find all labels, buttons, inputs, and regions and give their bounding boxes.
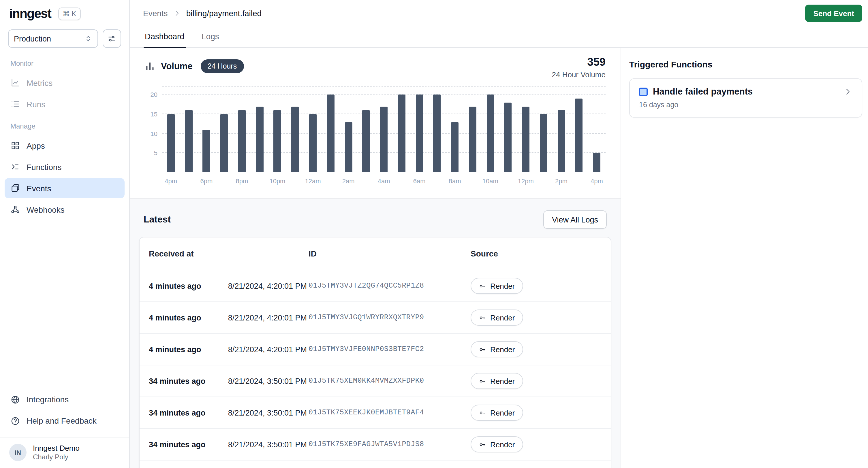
user-text: Inngest Demo Charly Poly [33, 444, 80, 462]
tabs: DashboardLogs [130, 27, 868, 48]
bar[interactable] [593, 153, 601, 172]
volume-total-caption: 24 Hour Volume [552, 70, 606, 79]
bar[interactable] [380, 106, 388, 172]
x-tick-label: 4pm [162, 177, 180, 185]
table-row[interactable]: 4 minutes ago8/21/2024, 4:20:01 PM01J5TM… [140, 270, 611, 302]
source-badge[interactable]: Render [471, 278, 523, 294]
bar[interactable] [167, 114, 175, 172]
source-badge[interactable]: Render [471, 373, 523, 389]
bar[interactable] [398, 95, 405, 172]
source-badge-label: Render [490, 281, 515, 290]
bar[interactable] [522, 106, 529, 172]
source-badge-label: Render [490, 377, 515, 385]
key-icon [479, 282, 486, 290]
timestamp: 8/21/2024, 4:20:01 PM [228, 345, 307, 354]
source-badge[interactable]: Render [471, 341, 523, 357]
table-row[interactable]: 34 minutes ago8/21/2024, 3:50:01 PM01J5T… [140, 365, 611, 397]
bar-slot [410, 87, 428, 172]
function-icon [639, 87, 648, 96]
chevron-right-icon [843, 87, 852, 96]
latest-title: Latest [144, 214, 171, 225]
environment-selector[interactable]: Production [8, 29, 98, 48]
chart-plot [162, 87, 606, 172]
bar[interactable] [557, 110, 565, 172]
bar[interactable] [345, 122, 352, 172]
bar[interactable] [203, 130, 210, 172]
event-id: 01J5TMY3VJTZ2QG74QCC5RP1Z8 [307, 282, 469, 290]
triggered-functions-title: Triggered Functions [629, 59, 862, 69]
column-header-source: Source [469, 249, 611, 258]
relative-time: 4 minutes ago [149, 345, 201, 354]
sidebar-item-functions[interactable]: Functions [5, 157, 125, 177]
bar[interactable] [433, 95, 441, 172]
sidebar-spacer [0, 221, 129, 385]
sidebar-item-runs[interactable]: Runs [5, 94, 125, 114]
timestamp: 8/21/2024, 4:20:01 PM [228, 281, 307, 290]
source-badge[interactable]: Render [471, 405, 523, 421]
bar[interactable] [451, 122, 459, 172]
bar[interactable] [487, 95, 494, 172]
bar[interactable] [256, 106, 263, 172]
bar[interactable] [415, 95, 423, 172]
x-tick-label: 6am [410, 177, 428, 185]
received-at-cell: 34 minutes ago8/21/2024, 3:50:01 PM [140, 377, 307, 385]
x-tick-label: 6pm [197, 177, 215, 185]
tab-dashboard[interactable]: Dashboard [144, 27, 185, 48]
volume-card-header: Volume 24 Hours 359 24 Hour Volume [145, 56, 606, 79]
command-k-shortcut[interactable]: ⌘ K [58, 7, 81, 20]
x-tick-label [428, 177, 446, 185]
key-icon [479, 409, 486, 416]
bar-slot [357, 87, 375, 172]
bar[interactable] [274, 110, 281, 172]
view-all-logs-button[interactable]: View All Logs [543, 210, 607, 229]
bar[interactable] [220, 114, 228, 172]
source-badge[interactable]: Render [471, 436, 523, 453]
sidebar-item-apps[interactable]: Apps [5, 135, 125, 156]
x-tick-label: 8am [446, 177, 464, 185]
bar[interactable] [540, 114, 547, 172]
chart-x-axis: 4pm6pm8pm10pm12am2am4am6am8am10am12pm2pm… [162, 177, 606, 185]
table-row[interactable]: 4 minutes ago8/21/2024, 4:20:01 PM01J5TM… [140, 334, 611, 365]
bar-slot [393, 87, 411, 172]
sidebar-item-integrations[interactable]: Integrations [5, 390, 125, 410]
bar-slot [251, 87, 269, 172]
x-tick-label [535, 177, 553, 185]
functions-icon [10, 162, 20, 172]
sidebar-item-help-and-feedback[interactable]: Help and Feedback [5, 411, 125, 431]
x-tick-label [464, 177, 482, 185]
table-row[interactable]: 34 minutes ago8/21/2024, 3:50:01 PM01J5T… [140, 429, 611, 461]
bar[interactable] [327, 95, 335, 172]
sidebar-item-label: Metrics [27, 78, 53, 87]
bar[interactable] [469, 106, 476, 172]
bar[interactable] [575, 99, 583, 172]
environment-settings-button[interactable] [103, 29, 121, 48]
x-tick-label [393, 177, 411, 185]
range-badge[interactable]: 24 Hours [201, 59, 244, 73]
bar[interactable] [238, 110, 246, 172]
bar-slot [517, 87, 535, 172]
function-card[interactable]: Handle failed payments16 days ago [629, 78, 862, 118]
bar[interactable] [504, 103, 512, 172]
sidebar-nav: MonitorMetricsRunsManageAppsFunctionsEve… [0, 49, 129, 221]
table-row[interactable]: 44 minutes ago8/21/2024, 3:40:01 PM01J5T… [140, 461, 611, 468]
bar[interactable] [309, 114, 317, 172]
tab-logs[interactable]: Logs [200, 27, 220, 48]
relative-time: 34 minutes ago [149, 377, 206, 385]
send-event-button[interactable]: Send Event [805, 5, 862, 22]
table-row[interactable]: 34 minutes ago8/21/2024, 3:50:01 PM01J5T… [140, 397, 611, 429]
source-badge[interactable]: Render [471, 309, 523, 326]
bar[interactable] [363, 110, 370, 172]
sidebar-item-metrics[interactable]: Metrics [5, 73, 125, 93]
breadcrumb-parent[interactable]: Events [143, 9, 168, 18]
timestamp: 8/21/2024, 3:50:01 PM [228, 440, 307, 449]
bar-slot [286, 87, 304, 172]
sidebar-item-webhooks[interactable]: Webhooks [5, 199, 125, 220]
event-id: 01J5TMY3VJFE0NNP0S3BTE7FC2 [307, 345, 469, 353]
sidebar-item-events[interactable]: Events [5, 178, 125, 198]
bar[interactable] [291, 106, 299, 172]
user-menu[interactable]: IN Inngest Demo Charly Poly [0, 437, 129, 468]
bar-slot [588, 87, 606, 172]
table-row[interactable]: 4 minutes ago8/21/2024, 4:20:01 PM01J5TM… [140, 302, 611, 334]
chart-plot-wrap: 4pm6pm8pm10pm12am2am4am6am8am10am12pm2pm… [162, 87, 606, 185]
bar[interactable] [185, 110, 192, 172]
